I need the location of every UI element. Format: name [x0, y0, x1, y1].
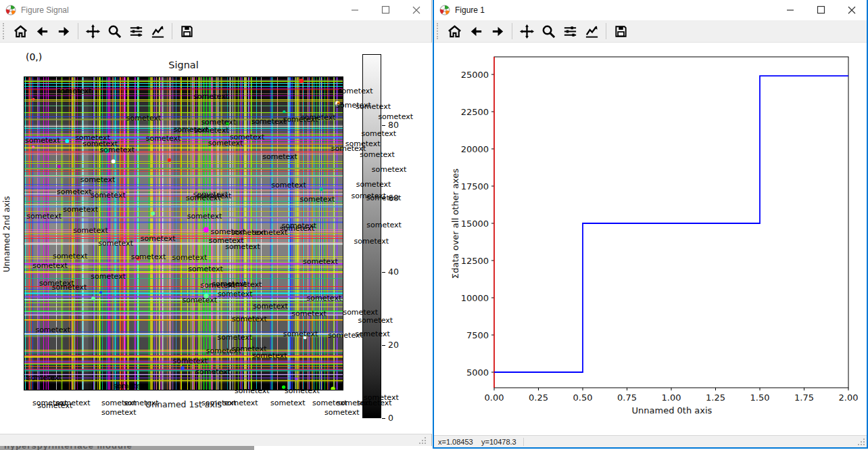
y-tick-label: 12500 [461, 256, 489, 266]
customize-button[interactable] [581, 22, 602, 41]
colorbar-tick [382, 345, 385, 346]
overlay-label: sometext [131, 253, 166, 261]
toolbar-separator [78, 23, 78, 39]
overlay-label: sometext [26, 212, 62, 220]
cursor-x-readout: x=1.08453 [438, 438, 473, 446]
titlebar[interactable]: Figure Signal [0, 0, 431, 20]
overlay-label: sometext [303, 258, 338, 265]
close-button[interactable] [836, 0, 867, 20]
overlay-label: sometext [91, 192, 126, 199]
zoom-rect-icon [541, 24, 556, 39]
overlay-label: sometext [55, 399, 91, 407]
window-title: Figure 1 [455, 5, 485, 15]
overlay-label: sometext [25, 137, 60, 144]
x-tick-label: 0.50 [573, 392, 593, 403]
colorbar-tick-label: 0 [388, 413, 393, 423]
overlay-label: sometext [99, 146, 135, 154]
axes-frame [494, 57, 848, 388]
overlay-label: sometext [188, 265, 223, 273]
overlay-label: sometext [225, 243, 260, 250]
save-button[interactable] [610, 22, 631, 41]
resize-grip[interactable] [419, 437, 426, 444]
zoom-rect-button[interactable] [538, 22, 558, 41]
noise-dot [91, 296, 95, 300]
y-tick-label: 20000 [461, 144, 489, 154]
overlay-label: sometext [331, 145, 366, 152]
pan-button[interactable] [516, 22, 537, 41]
subplots-button[interactable] [126, 22, 146, 41]
overlay-label: sometext [101, 409, 137, 416]
save-icon [179, 24, 195, 39]
matplotlib-toolbar [434, 20, 867, 43]
noise-dot [57, 165, 61, 168]
overlay-label: sometext [35, 326, 70, 334]
overlay-label: sometext [366, 221, 402, 229]
colorbar-tick-label: 80 [388, 120, 399, 130]
maximize-button[interactable] [370, 0, 401, 20]
figure-canvas-signal[interactable]: (0,) Signal Unnamed 2nd axis Unnamed 1st… [0, 43, 432, 434]
toolbar-drag-handle[interactable] [437, 23, 439, 39]
desktop: Figure Signal (0,) Signal Unnamed 2nd ax… [0, 0, 868, 450]
noise-dot [32, 145, 34, 148]
navigator-step-line [494, 76, 848, 372]
subplots-icon [128, 24, 144, 39]
overlay-label: sometext [351, 192, 386, 200]
overlay-label: sometext [146, 135, 181, 142]
overlay-label: sometext [57, 188, 92, 196]
colorbar-tick [382, 418, 385, 419]
x-tick-label: 1.50 [750, 392, 770, 403]
overlay-label: sometext [251, 118, 287, 125]
titlebar[interactable]: Figure 1 [434, 0, 867, 20]
forward-button[interactable] [487, 22, 508, 41]
overlay-label: sometext [301, 114, 336, 121]
customize-button[interactable] [147, 22, 168, 41]
overlay-label: sometext [91, 273, 126, 280]
overlay-label: sometext [212, 280, 247, 288]
overlay-label: sometext [253, 302, 288, 310]
back-button[interactable] [466, 22, 486, 41]
overlay-label: sometext [32, 262, 68, 269]
home-button[interactable] [444, 22, 464, 41]
x-tick-label: 2.00 [839, 392, 859, 403]
y-tick-label: 25000 [461, 70, 489, 80]
overlay-label: sometext [193, 191, 228, 198]
statusbar [0, 434, 431, 446]
noise-dot [283, 110, 285, 113]
overlay-label: sometext [206, 347, 241, 355]
forward-button[interactable] [53, 22, 74, 41]
close-button[interactable] [401, 0, 431, 20]
toolbar-drag-handle[interactable] [3, 23, 5, 39]
subplots-button[interactable] [560, 22, 580, 41]
noise-dot [32, 98, 34, 101]
forward-icon [56, 24, 72, 39]
overlay-label: sometext [27, 374, 62, 382]
overlay-label: sometext [73, 227, 108, 234]
figure-canvas-navigator[interactable]: 0.000.250.500.751.001.251.501.752.005000… [434, 43, 867, 434]
overlay-label: sometext [232, 315, 267, 323]
pan-button[interactable] [82, 22, 103, 41]
save-button[interactable] [176, 22, 197, 41]
overlay-label: sometext [53, 252, 88, 260]
home-button[interactable] [10, 22, 30, 41]
overlay-label: sometext [235, 387, 270, 395]
minimize-button[interactable] [340, 0, 370, 20]
background-window-text: hyperspy/interlace module [4, 446, 132, 450]
overlay-label: sometext [358, 317, 393, 324]
maximize-icon [381, 5, 391, 16]
overlay-label: sometext [218, 290, 253, 298]
x-tick-label: 0.00 [485, 392, 504, 403]
overlay-label: sometext [172, 254, 208, 261]
overlay-label: sometext [283, 330, 318, 338]
minimize-icon [350, 5, 361, 16]
minimize-button[interactable] [775, 0, 806, 20]
overlay-label: sometext [355, 330, 390, 338]
resize-grip[interactable] [858, 438, 865, 445]
back-button[interactable] [32, 22, 52, 41]
navigator-step-plot[interactable]: 0.000.250.500.751.001.251.501.752.005000… [434, 43, 867, 434]
overlay-label: sometext [98, 240, 133, 247]
zoom-rect-button[interactable] [104, 22, 124, 41]
overlay-label: sometext [63, 206, 98, 213]
maximize-button[interactable] [806, 0, 836, 20]
forward-icon [490, 24, 506, 39]
overlay-label: sometext [378, 113, 413, 120]
